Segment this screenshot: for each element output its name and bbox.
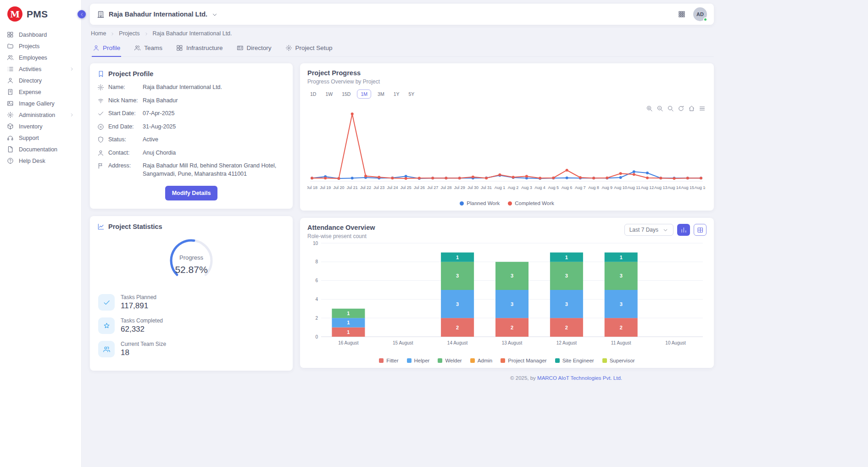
gear-icon [7,111,14,118]
legend-planned-work[interactable]: Planned Work [460,200,500,206]
sidebar-item-activities[interactable]: Activities [0,63,81,75]
range-15d-button[interactable]: 15D [339,89,353,99]
sidebar-item-image-gallery[interactable]: Image Gallery [0,98,81,109]
user-icon [93,44,100,51]
svg-text:Jul 22: Jul 22 [360,185,371,190]
image-icon [7,100,14,107]
field-value: 31-Aug-2025 [143,123,285,131]
svg-text:Aug 7: Aug 7 [575,185,586,190]
sidebar-item-administration[interactable]: Administration [0,109,81,121]
range-1m-button[interactable]: 1M [357,89,371,99]
svg-text:Jul 29: Jul 29 [454,185,465,190]
svg-text:1: 1 [347,320,350,325]
toolbar-zoom-in-button[interactable] [646,104,653,112]
folder-icon [7,43,14,50]
legend-marker [470,358,475,363]
tab-project-setup[interactable]: Project Setup [284,40,334,57]
field-value: Anuj Chordia [143,149,285,157]
sidebar-collapse-button[interactable] [78,10,86,18]
svg-text:Aug 8: Aug 8 [588,185,599,190]
user-icon [97,150,104,156]
attendance-bar-chart: 024681016 August11115 August14 August233… [307,239,706,355]
toolbar-reset-button[interactable] [688,104,695,112]
legend-completed-work[interactable]: Completed Work [508,200,554,206]
sidebar-item-directory[interactable]: Directory [0,75,81,86]
legend-fitter[interactable]: Fitter [379,358,398,363]
stat-icon-box [98,317,115,334]
zoom-in-icon [646,105,653,112]
sidebar-item-employees[interactable]: Employees [0,52,81,63]
toolbar-restore-button[interactable] [678,104,684,112]
svg-text:Jul 27: Jul 27 [427,185,438,190]
profile-field-status: Status:Active [97,136,285,144]
svg-text:3: 3 [620,301,623,307]
range-1y-button[interactable]: 1Y [391,89,402,99]
zoom-out-icon [657,105,663,112]
breadcrumb-item[interactable]: Projects [119,30,139,37]
footer-link[interactable]: MARCO AIoT Technologies Pvt. Ltd. [537,375,622,381]
breadcrumb-item[interactable]: Home [91,30,106,37]
legend-marker [501,358,505,363]
legend-helper[interactable]: Helper [407,358,430,363]
sidebar-item-projects[interactable]: Projects [0,40,81,52]
range-3m-button[interactable]: 3M [375,89,387,99]
table-view-button[interactable] [694,224,707,236]
sidebar-item-dashboard[interactable]: Dashboard [0,29,81,40]
legend-label: Site Engineer [562,358,594,363]
range-1d-button[interactable]: 1D [307,89,319,99]
toolbar-data-view-button[interactable] [699,104,706,112]
stat-texts: Tasks Planned117,891 [121,294,156,311]
avatar[interactable]: AD [693,7,707,21]
company-selector[interactable]: Raja Bahadur International Ltd. [97,10,218,18]
tab-profile[interactable]: Profile [92,40,121,57]
sidebar-item-documentation[interactable]: Documentation [0,144,81,155]
sidebar-item-label: Inventory [19,123,42,130]
range-1w-button[interactable]: 1W [323,89,335,99]
check-icon [97,110,104,117]
chart-view-button[interactable] [677,224,690,236]
tab-teams[interactable]: Teams [133,40,163,57]
sidebar-item-help-desk[interactable]: Help Desk [0,155,81,167]
svg-text:11 August: 11 August [611,340,631,345]
attendance-controls: Last 7 Days [624,224,707,236]
tab-infrastructure[interactable]: Infrastructure [175,40,224,57]
range-5y-button[interactable]: 5Y [406,89,417,99]
sidebar-item-inventory[interactable]: Inventory [0,121,81,132]
legend-marker [460,201,464,206]
toolbar-zoom-out-button[interactable] [657,104,663,112]
chevron-right-icon [69,67,74,72]
field-label: Status: [108,136,139,144]
chart-line-icon [97,223,105,230]
legend-supervisor[interactable]: Supervisor [602,358,635,363]
svg-text:10: 10 [313,241,318,246]
check-icon [103,299,111,306]
breadcrumb-separator-icon [144,32,149,36]
app-logo[interactable]: M PMS [0,4,81,29]
legend-welder[interactable]: Welder [438,358,462,363]
date-range-select[interactable]: Last 7 Days [624,224,673,236]
tab-directory[interactable]: Directory [236,40,273,57]
sidebar-item-support[interactable]: Support [0,132,81,144]
apps-grid-button[interactable] [678,10,686,19]
svg-text:Aug 15: Aug 15 [681,185,695,190]
sidebar-item-label: Help Desk [19,158,45,164]
profile-field-start-date: Start Date:07-Apr-2025 [97,110,285,118]
legend-label: Planned Work [467,200,500,206]
modify-details-button[interactable]: Modify Details [165,186,218,200]
legend-admin[interactable]: Admin [470,358,493,363]
card-title: Project Profile [108,70,153,78]
topbar: Raja Bahadur International Ltd. AD [90,4,714,25]
stat-texts: Tasks Completed62,332 [121,317,163,334]
toolbar-zoom-select-button[interactable] [667,104,674,112]
svg-text:1: 1 [347,329,350,335]
stat-current-team-size: Current Team Size18 [98,341,284,357]
legend-site-engineer[interactable]: Site Engineer [555,358,594,363]
svg-text:3: 3 [565,301,568,307]
topbar-right: AD [678,7,707,21]
legend-project-manager[interactable]: Project Manager [501,358,546,363]
svg-text:15 August: 15 August [393,340,413,345]
svg-text:Jul 31: Jul 31 [481,185,492,190]
legend-marker [379,358,384,363]
sidebar-item-expense[interactable]: Expense [0,86,81,98]
restore-icon [678,105,684,112]
